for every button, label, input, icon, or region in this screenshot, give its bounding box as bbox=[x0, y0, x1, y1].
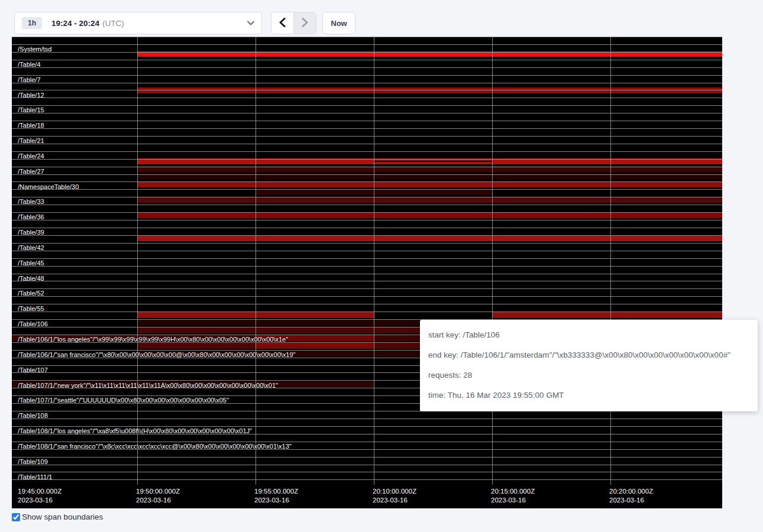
tooltip-line: start key: /Table/106 bbox=[428, 325, 749, 345]
row-label: /Table/111/1 bbox=[18, 473, 52, 481]
row-label: /Table/106 bbox=[18, 320, 48, 327]
span-boundary-line bbox=[12, 189, 722, 190]
chevron-down-icon bbox=[247, 21, 254, 25]
span-boundary-line bbox=[12, 479, 722, 480]
x-axis-label: 19:45:00.000Z2023-03-16 bbox=[18, 487, 62, 505]
duration-badge: 1h bbox=[22, 17, 42, 29]
time-range-select[interactable]: 1h 19:24 - 20:24 (UTC) bbox=[14, 12, 262, 34]
time-gridline bbox=[137, 37, 138, 485]
row-label: /NamespaceTable/30 bbox=[18, 183, 79, 190]
heat-band bbox=[256, 343, 374, 349]
x-axis-date: 2023-03-16 bbox=[18, 496, 62, 505]
time-gridline bbox=[256, 37, 256, 485]
span-boundary-line bbox=[12, 181, 722, 182]
tooltip-line: time: Thu, 16 Mar 2023 19:55:00 GMT bbox=[428, 385, 749, 406]
x-axis-label: 19:50:00.000Z2023-03-16 bbox=[136, 487, 180, 505]
row-label: /Table/12 bbox=[18, 92, 44, 99]
heat-band bbox=[374, 161, 492, 162]
time-range-label: 19:24 - 20:24 bbox=[51, 19, 99, 28]
heat-band bbox=[137, 235, 722, 241]
row-label: /Table/33 bbox=[18, 198, 44, 205]
toolbar: 1h 19:24 - 20:24 (UTC) Now bbox=[0, 0, 763, 37]
x-axis-date: 2023-03-16 bbox=[136, 496, 180, 505]
x-axis-time: 20:20:00.000Z bbox=[609, 488, 653, 495]
span-boundary-line bbox=[12, 442, 722, 442]
next-time-button[interactable] bbox=[293, 12, 316, 34]
row-label: /Table/107 bbox=[18, 366, 48, 374]
span-boundary-line bbox=[12, 281, 722, 281]
x-axis-label: 20:20:00.000Z2023-03-16 bbox=[609, 487, 653, 505]
span-boundary-line bbox=[12, 121, 722, 121]
prev-time-button[interactable] bbox=[271, 12, 293, 34]
span-boundary-line bbox=[12, 304, 722, 304]
chevron-right-icon bbox=[302, 18, 308, 29]
row-label: /Table/52 bbox=[18, 290, 44, 297]
span-boundary-line bbox=[12, 312, 722, 312]
span-boundary-line bbox=[12, 472, 722, 472]
span-boundary-line bbox=[12, 159, 722, 160]
span-boundary-line bbox=[12, 144, 722, 144]
heat-band bbox=[137, 181, 722, 187]
span-boundary-line bbox=[12, 266, 722, 267]
time-gridline bbox=[610, 37, 611, 485]
show-span-boundaries-control[interactable]: Show span boundaries bbox=[12, 512, 103, 521]
x-axis-label: 19:55:00.000Z2023-03-16 bbox=[254, 487, 298, 505]
heat-band bbox=[137, 87, 722, 93]
x-axis-time: 19:45:00.000Z bbox=[18, 488, 62, 495]
span-boundary-line bbox=[12, 44, 722, 45]
x-axis-date: 2023-03-16 bbox=[491, 496, 535, 505]
span-boundary-line bbox=[12, 426, 722, 427]
span-tooltip: start key: /Table/106end key: /Table/106… bbox=[420, 320, 758, 411]
row-label: /Table/42 bbox=[18, 244, 44, 251]
span-boundary-line bbox=[12, 251, 722, 251]
span-boundary-line bbox=[12, 167, 722, 167]
span-boundary-line bbox=[12, 220, 722, 220]
row-label: /Table/15 bbox=[18, 106, 44, 113]
show-span-boundaries-label: Show span boundaries bbox=[22, 512, 103, 521]
span-boundary-line bbox=[12, 136, 722, 137]
row-label: /Table/107/1/"new york"/"\x11\x11\x11\x1… bbox=[18, 382, 278, 389]
row-label: /Table/7 bbox=[18, 76, 41, 83]
x-axis-label: 20:10:00.000Z2023-03-16 bbox=[373, 487, 416, 505]
span-boundary-line bbox=[12, 151, 722, 152]
row-label: /Table/27 bbox=[18, 168, 44, 175]
span-boundary-line bbox=[12, 419, 722, 419]
timezone-label: (UTC) bbox=[102, 19, 124, 28]
span-boundary-line bbox=[12, 67, 722, 68]
key-visualizer-chart[interactable]: /System/tsd/Table/4/Table/7/Table/12/Tab… bbox=[12, 37, 722, 508]
row-label: /Table/48 bbox=[18, 275, 44, 282]
span-boundary-line bbox=[12, 228, 722, 228]
x-axis-time: 20:15:00.000Z bbox=[491, 488, 535, 495]
span-boundary-line bbox=[12, 90, 722, 90]
span-boundary-line bbox=[12, 113, 722, 113]
x-axis-date: 2023-03-16 bbox=[373, 496, 416, 505]
show-span-boundaries-checkbox[interactable] bbox=[12, 513, 20, 521]
chevron-left-icon bbox=[279, 18, 286, 29]
x-axis-time: 19:50:00.000Z bbox=[136, 488, 180, 495]
span-boundary-line bbox=[12, 83, 722, 83]
tooltip-line: end key: /Table/106/1/"amsterdam"/"\xb33… bbox=[428, 345, 749, 365]
span-boundary-line bbox=[12, 105, 722, 106]
heat-band bbox=[137, 197, 722, 203]
row-label: /Table/108/1/"los angeles"/"\xa8\xf5\u00… bbox=[18, 427, 252, 434]
time-gridline bbox=[374, 37, 374, 485]
row-label: /Table/4 bbox=[18, 61, 41, 68]
span-boundary-line bbox=[12, 60, 722, 60]
heat-band bbox=[492, 312, 722, 318]
span-boundary-line bbox=[12, 258, 722, 259]
span-boundary-line bbox=[12, 205, 722, 205]
time-nav-group bbox=[271, 12, 316, 34]
row-label: /Table/106/1/"san francisco"/"\x80\x00\x… bbox=[18, 351, 296, 358]
tooltip-line: requests: 28 bbox=[428, 365, 749, 385]
row-label: /Table/107/1/"seattle"/"UUUUUUD\x00\x80\… bbox=[18, 397, 229, 404]
now-button[interactable]: Now bbox=[322, 12, 355, 34]
span-boundary-line bbox=[12, 465, 722, 465]
time-gridline bbox=[492, 37, 493, 485]
span-boundary-line bbox=[12, 197, 722, 197]
x-axis-time: 20:10:00.000Z bbox=[373, 488, 416, 495]
span-boundary-line bbox=[12, 296, 722, 297]
span-boundary-line bbox=[12, 274, 722, 274]
span-boundary-line bbox=[12, 288, 722, 289]
span-boundary-line bbox=[12, 98, 722, 98]
row-label: /Table/109 bbox=[18, 458, 48, 465]
